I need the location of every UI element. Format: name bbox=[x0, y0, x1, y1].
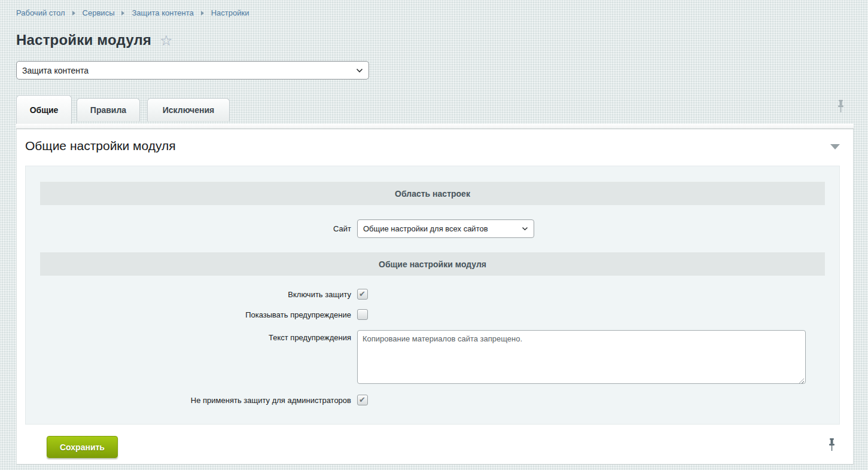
module-select[interactable]: Защита контента bbox=[16, 61, 369, 80]
pin-icon[interactable] bbox=[836, 100, 845, 117]
tab-general[interactable]: Общие bbox=[16, 95, 72, 124]
enable-protection-checkbox[interactable] bbox=[357, 289, 368, 300]
module-settings-header: Общие настройки модуля bbox=[40, 252, 825, 276]
warning-text-row: Текст предупреждения Копирование материа… bbox=[26, 330, 839, 386]
favorite-star-icon[interactable]: ☆ bbox=[160, 32, 173, 49]
collapse-arrow-icon[interactable] bbox=[830, 144, 840, 149]
tab-exceptions[interactable]: Исключения bbox=[147, 98, 230, 121]
tab-rules-label: Правила bbox=[90, 105, 126, 115]
module-settings-header-label: Общие настройки модуля bbox=[379, 260, 486, 269]
section-title: Общие настройки модуля bbox=[25, 139, 176, 153]
enable-protection-label: Включить защиту bbox=[26, 290, 351, 299]
tab-strip bbox=[16, 124, 854, 129]
breadcrumb-link-desktop[interactable]: Рабочий стол bbox=[16, 8, 65, 17]
site-select-value: Общие настройки для всех сайтов bbox=[363, 224, 488, 233]
pin-icon-bottom[interactable] bbox=[827, 438, 836, 455]
breadcrumb-separator-icon bbox=[72, 11, 75, 16]
warning-text-input[interactable]: Копирование материалов сайта запрещено. bbox=[357, 330, 806, 384]
save-button[interactable]: Сохранить bbox=[47, 436, 118, 458]
skip-admins-label: Не применять защиту для администраторов bbox=[26, 396, 351, 405]
page-title: Настройки модуля bbox=[16, 32, 151, 48]
settings-panel: Общие настройки модуля Область настроек … bbox=[16, 129, 854, 465]
chevron-down-icon bbox=[356, 68, 363, 73]
enable-protection-row: Включить защиту bbox=[26, 289, 839, 300]
breadcrumb-separator-icon bbox=[121, 11, 124, 16]
breadcrumb-link-content-protection[interactable]: Защита контента bbox=[132, 8, 193, 17]
tab-exceptions-label: Исключения bbox=[163, 105, 215, 115]
breadcrumb: Рабочий стол Сервисы Защита контента Нас… bbox=[16, 8, 249, 17]
show-warning-checkbox[interactable] bbox=[357, 309, 368, 320]
tab-general-label: Общие bbox=[30, 105, 59, 115]
skip-admins-checkbox[interactable] bbox=[357, 395, 368, 405]
breadcrumb-link-settings[interactable]: Настройки bbox=[211, 8, 249, 17]
skip-admins-row: Не применять защиту для администраторов bbox=[26, 395, 839, 405]
tab-rules[interactable]: Правила bbox=[77, 98, 140, 121]
breadcrumb-link-services[interactable]: Сервисы bbox=[83, 8, 115, 17]
show-warning-row: Показывать предупреждение bbox=[26, 309, 839, 320]
breadcrumb-separator-icon bbox=[201, 11, 204, 16]
form-area: Область настроек Сайт Общие настройки дл… bbox=[25, 166, 840, 425]
settings-area-header: Область настроек bbox=[40, 182, 825, 205]
page-background: Рабочий стол Сервисы Защита контента Нас… bbox=[0, 0, 868, 470]
warning-text-label: Текст предупреждения bbox=[26, 330, 351, 342]
chevron-down-icon bbox=[522, 227, 528, 231]
site-select[interactable]: Общие настройки для всех сайтов bbox=[357, 219, 534, 238]
show-warning-label: Показывать предупреждение bbox=[26, 310, 351, 319]
site-row: Сайт Общие настройки для всех сайтов bbox=[26, 219, 839, 238]
site-label: Сайт bbox=[26, 224, 351, 233]
page-title-row: Настройки модуля ☆ bbox=[16, 31, 173, 49]
module-select-value: Защита контента bbox=[22, 66, 89, 75]
settings-area-header-label: Область настроек bbox=[395, 189, 470, 199]
